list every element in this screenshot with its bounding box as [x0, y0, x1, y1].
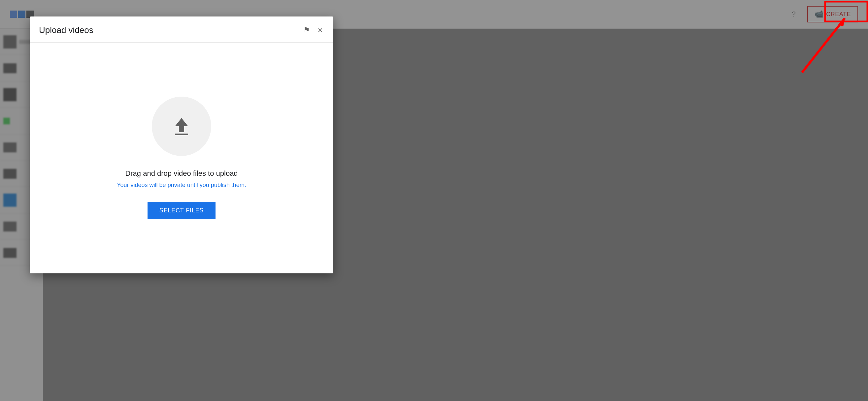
modal-body: Drag and drop video files to upload Your…: [30, 42, 333, 273]
privacy-text: Your videos will be private until you pu…: [117, 182, 246, 189]
svg-marker-0: [175, 118, 188, 132]
svg-rect-1: [175, 134, 188, 135]
modal-title: Upload videos: [39, 25, 93, 35]
drag-drop-text: Drag and drop video files to upload: [125, 169, 238, 178]
privacy-link[interactable]: publish them: [211, 182, 245, 188]
privacy-text-end: .: [245, 182, 246, 188]
modal-header-actions: ⚑ ×: [302, 24, 324, 36]
modal-header: Upload videos ⚑ ×: [30, 16, 333, 42]
privacy-text-start: Your videos will be private until you: [117, 182, 211, 188]
feedback-button[interactable]: ⚑: [302, 24, 311, 36]
flag-icon: ⚑: [303, 26, 310, 34]
upload-arrow-icon: [172, 116, 191, 136]
upload-circle: [152, 97, 211, 156]
close-icon: ×: [318, 25, 323, 35]
close-modal-button[interactable]: ×: [316, 24, 324, 36]
upload-modal: Upload videos ⚑ × Drag and drop video fi…: [30, 16, 333, 273]
upload-svg-icon: [172, 116, 191, 136]
select-files-button[interactable]: SELECT FILES: [148, 202, 216, 219]
